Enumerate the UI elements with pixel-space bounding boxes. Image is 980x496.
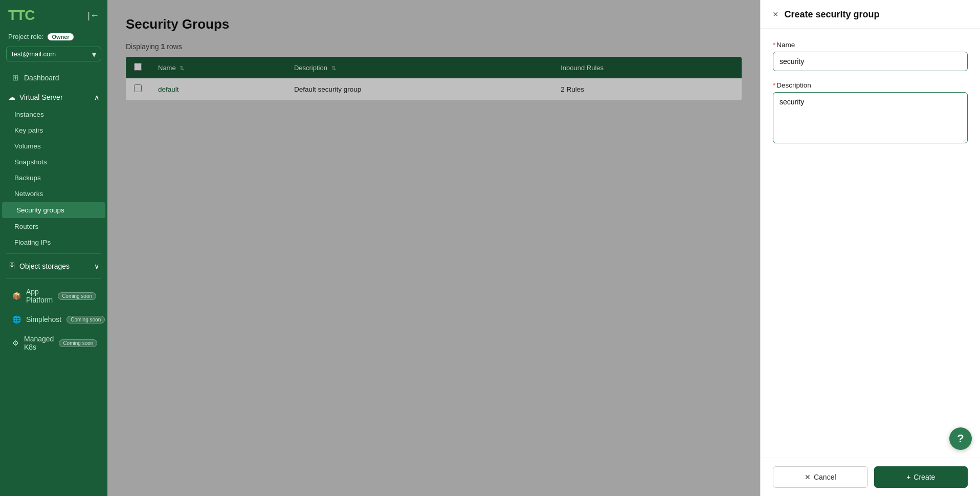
main-content: Security Groups Displaying 1 rows Name ⇅: [107, 0, 760, 496]
sidebar-item-routers[interactable]: Routers: [0, 219, 107, 234]
modal-overlay[interactable]: [107, 0, 760, 496]
project-role-row: Project role: Owner: [0, 31, 107, 45]
panel-title: Create security group: [785, 9, 880, 20]
create-plus-icon: +: [906, 473, 910, 481]
name-input[interactable]: [773, 52, 968, 71]
sidebar-item-dashboard[interactable]: ⊞ Dashboard: [2, 68, 105, 88]
divider-2: [6, 278, 101, 279]
sidebar-header: TTC |←: [0, 0, 107, 31]
create-security-group-panel: × Create security group * Name * Descrip…: [760, 0, 980, 496]
help-fab-button[interactable]: ?: [949, 427, 972, 450]
app-platform-icon: 📦: [12, 292, 21, 300]
collapse-button[interactable]: |←: [87, 10, 99, 21]
name-required-star: *: [773, 41, 775, 49]
cancel-x-icon: ✕: [805, 473, 811, 481]
description-required-star: *: [773, 81, 775, 89]
object-storages-icon: 🗄: [8, 262, 15, 270]
managed-k8s-badge: Coming soon: [59, 339, 97, 347]
name-label: * Name: [773, 41, 968, 49]
panel-body: * Name * Description security: [761, 29, 980, 458]
sidebar-item-snapshots[interactable]: Snapshots: [0, 154, 107, 170]
project-role-label: Project role:: [8, 33, 43, 40]
sidebar: TTC |← Project role: Owner test@mail.com…: [0, 0, 107, 496]
panel-header: × Create security group: [761, 0, 980, 29]
sidebar-item-backups[interactable]: Backups: [0, 170, 107, 186]
simplehost-badge: Coming soon: [66, 316, 105, 324]
cancel-button[interactable]: ✕ Cancel: [773, 466, 868, 488]
cancel-label: Cancel: [814, 473, 836, 481]
user-select[interactable]: test@mail.com: [6, 47, 101, 61]
simplehost-icon: 🌐: [12, 315, 21, 324]
sidebar-item-networks[interactable]: Networks: [0, 186, 107, 202]
divider-1: [6, 253, 101, 254]
owner-badge: Owner: [48, 33, 73, 40]
description-textarea[interactable]: security: [773, 92, 968, 143]
sidebar-item-volumes[interactable]: Volumes: [0, 138, 107, 154]
panel-footer: ✕ Cancel + Create: [761, 458, 980, 496]
object-storages-label: Object storages: [19, 262, 70, 270]
sidebar-item-app-platform[interactable]: 📦 App Platform Coming soon: [2, 283, 105, 309]
create-label: Create: [914, 473, 935, 481]
sidebar-item-floating-ips[interactable]: Floating IPs: [0, 234, 107, 250]
sidebar-item-managed-k8s[interactable]: ⚙ Managed K8s Coming soon: [2, 330, 105, 356]
description-label: * Description: [773, 81, 968, 89]
sidebar-section-object-storages[interactable]: 🗄 Object storages ∨: [0, 257, 107, 275]
logo: TTC: [8, 7, 34, 24]
dashboard-icon: ⊞: [12, 73, 19, 82]
sidebar-section-virtual-server[interactable]: ☁ Virtual Server ∧: [0, 88, 107, 106]
chevron-down-icon-obj: ∨: [94, 262, 99, 270]
virtual-server-label: Virtual Server: [19, 93, 63, 101]
simplehost-label: Simplehost: [26, 315, 61, 324]
sidebar-item-simplehost[interactable]: 🌐 Simplehost Coming soon: [2, 310, 105, 329]
sidebar-item-security-groups[interactable]: Security groups: [2, 202, 105, 218]
sidebar-item-dashboard-label: Dashboard: [24, 74, 59, 82]
create-button[interactable]: + Create: [874, 466, 968, 488]
app-platform-badge: Coming soon: [58, 292, 96, 300]
panel-close-button[interactable]: ×: [773, 9, 778, 20]
managed-k8s-label: Managed K8s: [24, 335, 54, 351]
managed-k8s-icon: ⚙: [12, 339, 19, 347]
name-form-group: * Name: [773, 41, 968, 71]
sidebar-item-instances[interactable]: Instances: [0, 106, 107, 122]
app-platform-label: App Platform: [26, 288, 53, 304]
chevron-up-icon: ∧: [94, 93, 99, 101]
description-form-group: * Description security: [773, 81, 968, 145]
virtual-server-icon: ☁: [8, 93, 15, 101]
sidebar-item-keypairs[interactable]: Key pairs: [0, 122, 107, 138]
user-select-wrap[interactable]: test@mail.com: [6, 47, 101, 61]
